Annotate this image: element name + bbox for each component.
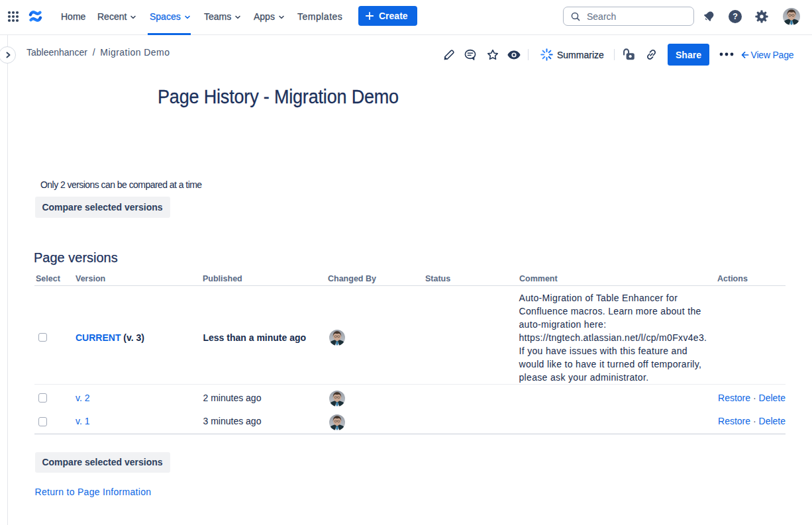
svg-text:?: ?	[733, 12, 738, 21]
